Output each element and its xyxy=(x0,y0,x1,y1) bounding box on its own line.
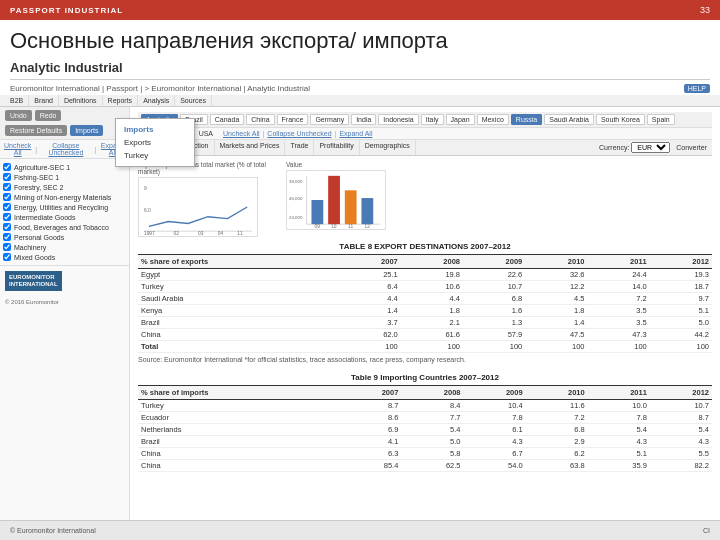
svg-rect-13 xyxy=(361,198,373,224)
sector-check-4[interactable] xyxy=(3,203,11,211)
sector-check-6[interactable] xyxy=(3,223,11,231)
expand-main-btn[interactable]: Expand All xyxy=(339,130,372,137)
uncheck-all-btn[interactable]: Uncheck All xyxy=(3,142,32,156)
col-header-1: 2007 xyxy=(339,255,401,269)
sector-check-7[interactable] xyxy=(3,233,11,241)
help-button[interactable]: HELP xyxy=(684,84,710,93)
imp-col-2: 2008 xyxy=(401,386,463,400)
sector-item-3: Mining of Non-energy Materials xyxy=(3,192,126,202)
nav-tab-brand[interactable]: Brand xyxy=(29,95,59,106)
sector-item-1: Fishing-SEC 1 xyxy=(3,172,126,182)
sector-check-0[interactable] xyxy=(3,163,11,171)
turkey-option[interactable]: Turkey xyxy=(120,149,130,162)
table-row: Brazil4.15.04.32.94.34.3 xyxy=(138,436,712,448)
sector-item-8: Machinery xyxy=(3,242,126,252)
export-table: % share of exports 2007 2008 2009 2010 2… xyxy=(138,254,712,353)
ctab-germany[interactable]: Germany xyxy=(310,114,349,125)
content-wrapper: Undo Redo Restore Defaults Imports Impor… xyxy=(0,107,720,540)
ov-tab-profitability[interactable]: Profitability xyxy=(314,140,359,155)
svg-text:09: 09 xyxy=(314,224,320,229)
nav-tab-reports[interactable]: Reports xyxy=(103,95,139,106)
left-sidebar: Undo Redo Restore Defaults Imports Impor… xyxy=(0,107,130,540)
nav-tab-b2b[interactable]: B2B xyxy=(5,95,29,106)
page-number: 33 xyxy=(700,5,710,15)
sector-check-1[interactable] xyxy=(3,173,11,181)
ctab-saudi[interactable]: Saudi Arabia xyxy=(544,114,594,125)
main-area: Australia Brazil Canada China France Ger… xyxy=(130,107,720,540)
sector-list: Agriculture-SEC 1 Fishing-SEC 1 Forestry… xyxy=(0,159,129,265)
nav-tab-definitions[interactable]: Definitions xyxy=(59,95,103,106)
table-row: China85.462.554.063.835.982.2 xyxy=(138,460,712,472)
undo-button[interactable]: Undo xyxy=(5,110,32,121)
ov-tab-markets[interactable]: Markets and Prices xyxy=(215,140,286,155)
ci-text: CI xyxy=(703,527,710,534)
import-table: % share of imports 2007 2008 2009 2010 2… xyxy=(138,385,712,472)
svg-rect-12 xyxy=(345,190,357,224)
sector-check-8[interactable] xyxy=(3,243,11,251)
collapse-btn[interactable]: Collapse Unchecked xyxy=(40,142,91,156)
ctab-india[interactable]: India xyxy=(351,114,376,125)
nav-tabs: B2B Brand Definitions Reports Analysis S… xyxy=(0,95,720,107)
restore-button[interactable]: Restore Defaults xyxy=(5,125,67,136)
svg-text:38,000: 38,000 xyxy=(289,179,303,184)
imports-exports-dropdown: Imports Exports Turkey xyxy=(115,118,130,167)
col-header-6: 2012 xyxy=(650,255,712,269)
col-header-3: 2009 xyxy=(463,255,525,269)
sector-check-5[interactable] xyxy=(3,213,11,221)
sector-item-5: Intermediate Goods xyxy=(3,212,126,222)
ctab-spain[interactable]: Spain xyxy=(647,114,675,125)
logo-area: EUROMONITOR INTERNATIONAL xyxy=(0,265,129,296)
sector-item-4: Energy, Utilities and Recycling xyxy=(3,202,126,212)
currency-area: Currency: EUR USD Converter xyxy=(594,140,712,155)
nav-tab-analysis[interactable]: Analysis xyxy=(138,95,175,106)
ctab-southkorea[interactable]: South Korea xyxy=(596,114,645,125)
bottom-copyright: © Euromonitor International xyxy=(10,527,96,534)
ov-tab-trade[interactable]: Trade xyxy=(285,140,314,155)
ctab-france[interactable]: France xyxy=(277,114,309,125)
region-action-bar: Uncheck All | Collapse Unchecked | Expan… xyxy=(0,140,129,159)
ctab-indonesia[interactable]: Indonesia xyxy=(378,114,418,125)
main-title: Основные направления экспорта/ импорта xyxy=(0,20,720,58)
currency-select[interactable]: EUR USD xyxy=(631,142,670,153)
table-row: Turkey6.410.610.712.214.018.7 xyxy=(138,281,712,293)
line-chart: 1997 02 03 04 11 9 6.0 xyxy=(138,177,258,237)
sector-item-0: Agriculture-SEC 1 xyxy=(3,162,126,172)
ctab-mexico[interactable]: Mexico xyxy=(477,114,509,125)
imp-col-6: 2012 xyxy=(650,386,712,400)
ctab-china[interactable]: China xyxy=(246,114,274,125)
ov-tab-demographics[interactable]: Demographics xyxy=(360,140,416,155)
ctab-russia[interactable]: Russia xyxy=(511,114,542,125)
imports-option[interactable]: Imports xyxy=(120,123,130,136)
bottom-bar: © Euromonitor International CI xyxy=(0,520,720,540)
sector-item-2: Forestry, SEC 2 xyxy=(3,182,126,192)
bar-chart: 09 10 11 12 38,000 46,000 24,000 xyxy=(286,170,386,230)
import-table-container: Table 9 Importing Countries 2007–2012 % … xyxy=(138,373,712,472)
ctab-canada[interactable]: Canada xyxy=(210,114,245,125)
sector-check-3[interactable] xyxy=(3,193,11,201)
uncheck-all-main-btn[interactable]: Uncheck All xyxy=(223,130,260,137)
sub-header: Euromonitor International | Passport | >… xyxy=(0,82,720,95)
collapse-main-btn[interactable]: Collapse Unchecked xyxy=(267,130,331,137)
table-row: Turkey8.78.410.411.610.010.7 xyxy=(138,400,712,412)
sector-item-9: Mixed Goods xyxy=(3,252,126,262)
selected-regions-row: United Kingdom | USA Uncheck All | Colla… xyxy=(138,128,712,140)
passport-title: PASSPORT INDUSTRIAL xyxy=(10,6,123,15)
ctab-japan[interactable]: Japan xyxy=(446,114,475,125)
svg-rect-10 xyxy=(312,200,324,224)
table1-title: TABLE 8 EXPORT DESTINATIONS 2007–2012 xyxy=(138,242,712,251)
nav-tab-sources[interactable]: Sources xyxy=(175,95,212,106)
svg-text:11: 11 xyxy=(237,231,243,236)
ctab-italy[interactable]: Italy xyxy=(421,114,444,125)
imp-col-1: 2007 xyxy=(339,386,401,400)
redo-button[interactable]: Redo xyxy=(35,110,62,121)
sector-check-9[interactable] xyxy=(3,253,11,261)
svg-text:6.0: 6.0 xyxy=(144,208,151,213)
sector-check-2[interactable] xyxy=(3,183,11,191)
exports-option[interactable]: Exports xyxy=(120,136,130,149)
copyright-sidebar: © 2016 Euromonitor xyxy=(0,296,129,308)
table-row: China6.35.86.76.25.15.5 xyxy=(138,448,712,460)
overview-tabs: Overview Section Markets and Prices Trad… xyxy=(138,140,712,156)
source-text: Source: Euromonitor International *for o… xyxy=(138,356,712,363)
svg-text:04: 04 xyxy=(218,231,224,236)
imports-dropdown-btn[interactable]: Imports xyxy=(70,125,103,136)
